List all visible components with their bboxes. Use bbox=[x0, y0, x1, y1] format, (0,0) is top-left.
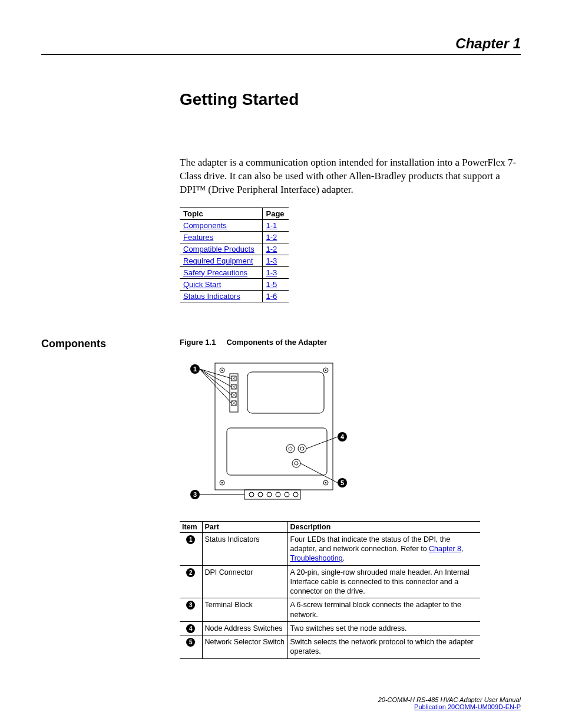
page-footer: 20-COMM-H RS-485 HVAC Adapter User Manua… bbox=[378, 696, 521, 710]
callout-1: 1 bbox=[190, 364, 200, 374]
toc-link[interactable]: Compatible Products bbox=[183, 245, 254, 253]
adapter-diagram: 1 3 4 5 bbox=[186, 357, 368, 510]
svg-point-4 bbox=[325, 370, 326, 371]
item-bullet: 3 bbox=[186, 601, 195, 610]
svg-line-39 bbox=[200, 369, 232, 395]
toc-link[interactable]: Status Indicators bbox=[183, 292, 240, 301]
parts-row: 2 DPI Connector A 20-pin, single-row shr… bbox=[180, 565, 480, 598]
part-name: Terminal Block bbox=[202, 598, 287, 622]
svg-line-43 bbox=[300, 463, 338, 483]
svg-line-40 bbox=[200, 369, 232, 403]
chapter-header: Chapter 1 bbox=[41, 35, 521, 55]
section-heading: Components bbox=[41, 338, 180, 350]
svg-rect-30 bbox=[244, 490, 300, 499]
toc-page-link[interactable]: 1-1 bbox=[266, 221, 277, 230]
parts-row: 4 Node Address Switches Two switches set… bbox=[180, 621, 480, 635]
toc-row: Quick Start1-5 bbox=[180, 278, 289, 290]
item-bullet: 1 bbox=[186, 535, 195, 544]
svg-point-25 bbox=[289, 447, 292, 450]
intro-paragraph: The adapter is a communication option in… bbox=[180, 156, 521, 197]
toc-row: Features1-2 bbox=[180, 231, 289, 243]
svg-point-35 bbox=[285, 492, 289, 497]
part-desc: Switch selects the network protocol to w… bbox=[287, 635, 480, 659]
svg-point-34 bbox=[276, 492, 280, 497]
footer-manual-name: 20-COMM-H RS-485 HVAC Adapter User Manua… bbox=[378, 696, 521, 703]
toc-link[interactable]: Features bbox=[183, 233, 213, 242]
toc-row: Compatible Products1-2 bbox=[180, 243, 289, 255]
parts-row: 3 Terminal Block A 6-screw terminal bloc… bbox=[180, 598, 480, 622]
svg-point-32 bbox=[258, 492, 263, 497]
toc-link[interactable]: Components bbox=[183, 221, 227, 230]
figure-label: Figure 1.1 bbox=[180, 338, 216, 347]
toc-row: Safety Precautions1-3 bbox=[180, 266, 289, 278]
callout-4: 4 bbox=[338, 432, 347, 442]
toc-link[interactable]: Quick Start bbox=[183, 280, 221, 289]
toc-page-link[interactable]: 1-2 bbox=[266, 233, 277, 242]
troubleshooting-link[interactable]: Troubleshooting bbox=[290, 554, 343, 562]
parts-table: Item Part Description 1 Status Indicator… bbox=[180, 521, 480, 659]
part-name: Node Address Switches bbox=[202, 621, 287, 635]
svg-point-8 bbox=[325, 482, 326, 483]
figure-title: Components of the Adapter bbox=[226, 338, 327, 347]
part-desc: A 20-pin, single-row shrouded male heade… bbox=[287, 565, 480, 598]
toc-page-link[interactable]: 1-2 bbox=[266, 245, 277, 253]
toc-link[interactable]: Required Equipment bbox=[183, 256, 253, 265]
item-bullet: 5 bbox=[186, 638, 195, 647]
toc-row: Status Indicators1-6 bbox=[180, 290, 289, 302]
part-name: Status Indicators bbox=[202, 532, 287, 565]
part-desc: Two switches set the node address. bbox=[287, 621, 480, 635]
parts-row: 5 Network Selector Switch Switch selects… bbox=[180, 635, 480, 659]
figure-caption: Figure 1.1Components of the Adapter bbox=[180, 338, 521, 347]
svg-point-36 bbox=[293, 492, 298, 497]
svg-point-29 bbox=[295, 462, 298, 465]
toc-table: Topic Page Components1-1 Features1-2 Com… bbox=[180, 207, 289, 302]
toc-header-topic: Topic bbox=[180, 207, 262, 219]
toc-page-link[interactable]: 1-5 bbox=[266, 280, 277, 289]
page-title: Getting Started bbox=[180, 90, 521, 109]
toc-page-link[interactable]: 1-3 bbox=[266, 268, 277, 277]
toc-link[interactable]: Safety Precautions bbox=[183, 268, 247, 277]
svg-rect-23 bbox=[227, 428, 327, 475]
svg-point-31 bbox=[249, 492, 254, 497]
svg-point-26 bbox=[298, 444, 306, 453]
parts-header-part: Part bbox=[202, 521, 287, 532]
item-bullet: 2 bbox=[186, 568, 195, 577]
parts-row: 1 Status Indicators Four LEDs that indic… bbox=[180, 532, 480, 565]
svg-point-24 bbox=[286, 444, 295, 453]
svg-point-28 bbox=[292, 459, 300, 467]
svg-line-38 bbox=[200, 369, 232, 387]
parts-header-desc: Description bbox=[287, 521, 480, 532]
svg-point-2 bbox=[222, 370, 223, 371]
item-bullet: 4 bbox=[186, 624, 195, 633]
part-desc: Four LEDs that indicate the status of th… bbox=[287, 532, 480, 565]
parts-header-item: Item bbox=[180, 521, 202, 532]
svg-rect-22 bbox=[247, 372, 324, 413]
toc-row: Required Equipment1-3 bbox=[180, 255, 289, 266]
part-name: DPI Connector bbox=[202, 565, 287, 598]
svg-point-6 bbox=[222, 482, 223, 483]
toc-header-page: Page bbox=[262, 207, 289, 219]
chapter-link[interactable]: Chapter 8 bbox=[429, 545, 461, 553]
callout-3: 3 bbox=[190, 490, 200, 499]
svg-point-33 bbox=[267, 492, 272, 497]
toc-row: Components1-1 bbox=[180, 219, 289, 231]
callout-5: 5 bbox=[338, 478, 347, 487]
toc-page-link[interactable]: 1-6 bbox=[266, 292, 277, 301]
toc-page-link[interactable]: 1-3 bbox=[266, 256, 277, 265]
part-name: Network Selector Switch bbox=[202, 635, 287, 659]
footer-publication-link[interactable]: Publication 20COMM-UM009D-EN-P bbox=[414, 703, 521, 710]
part-desc: A 6-screw terminal block connects the ad… bbox=[287, 598, 480, 622]
svg-point-27 bbox=[300, 447, 304, 450]
